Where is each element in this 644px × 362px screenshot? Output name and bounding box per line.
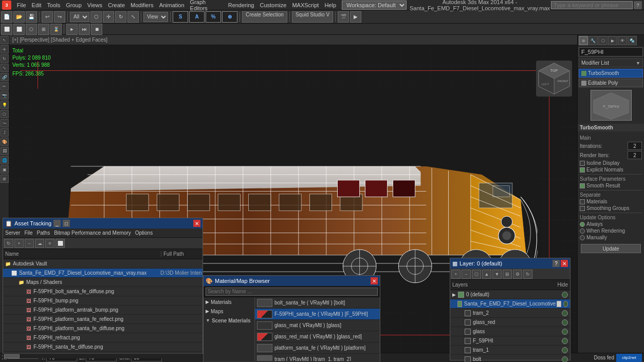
asset-tracking-min-btn[interactable]: _ bbox=[53, 220, 61, 227]
layer-new-btn[interactable]: + bbox=[451, 270, 461, 279]
layer-item-loco[interactable]: Santa_Fe_EMD_F7_Diesel_Locomotive bbox=[450, 299, 570, 309]
scale-btn[interactable]: ⤡ bbox=[127, 11, 139, 23]
layer-item-f59phi[interactable]: F_59PHI bbox=[450, 336, 570, 346]
menu-graph-editors[interactable]: Graph Editors bbox=[188, 0, 225, 11]
lt-rotate[interactable]: ↻ bbox=[1, 54, 9, 63]
at-add-btn[interactable]: + bbox=[14, 239, 24, 248]
layer-move-down-btn[interactable]: ▼ bbox=[492, 270, 502, 279]
at-scrollbar[interactable] bbox=[3, 353, 203, 358]
menu-rendering[interactable]: Rendering bbox=[226, 2, 257, 8]
at-bitmap-menu[interactable]: Bitmap Performance and Memory bbox=[54, 230, 131, 236]
layer-item-tram2[interactable]: tram_2 bbox=[450, 309, 570, 318]
save-btn[interactable]: 💾 bbox=[26, 11, 37, 23]
mat-close-btn[interactable]: ✕ bbox=[371, 277, 378, 284]
layer-vis-default[interactable] bbox=[562, 292, 568, 298]
layer-check-default[interactable] bbox=[458, 292, 464, 298]
menu-animation[interactable]: Animation bbox=[157, 2, 187, 8]
at-item-img2[interactable]: 🖼 F-59PHI_platform_amtrak_bump.png bbox=[3, 306, 203, 315]
menu-help[interactable]: Help bbox=[322, 2, 339, 8]
layer-close-btn[interactable]: ✕ bbox=[561, 260, 568, 267]
at-file-menu[interactable]: File bbox=[24, 230, 32, 236]
layer-item-glass-red[interactable]: glass_red bbox=[450, 318, 570, 327]
layer-vis-bolt[interactable] bbox=[562, 356, 568, 363]
hierarchy-tab[interactable]: ⬡ bbox=[598, 36, 608, 45]
rotate-btn[interactable]: ↻ bbox=[115, 11, 126, 23]
layer-check-loco[interactable] bbox=[457, 301, 462, 307]
modify-tab[interactable]: 🔧 bbox=[588, 36, 598, 45]
tb2-btn8[interactable]: ⏹ bbox=[91, 24, 102, 35]
layer-vis-glass-red[interactable] bbox=[562, 319, 568, 326]
squid-studio-btn[interactable]: Squid Studio V bbox=[292, 11, 333, 23]
menu-group[interactable]: Group bbox=[63, 2, 84, 8]
menu-file[interactable]: File bbox=[14, 2, 29, 8]
modifier-editable-poly[interactable]: Editable Poly bbox=[579, 79, 643, 87]
at-item-img4[interactable]: 🖼 F-59PHI_platform_santa_fe_diffuse.png bbox=[3, 324, 203, 333]
layer-item-default[interactable]: ▶ 0 (default) bbox=[450, 290, 570, 299]
lt-light[interactable]: 💡 bbox=[1, 101, 9, 109]
tb2-btn3[interactable]: ⬡ bbox=[26, 24, 37, 35]
when-rendering-radio[interactable] bbox=[580, 228, 585, 234]
layer-check-tram2[interactable] bbox=[465, 310, 471, 316]
new-btn[interactable]: 📄 bbox=[1, 11, 12, 23]
motion-tab[interactable]: ▶ bbox=[608, 36, 617, 45]
layer-delete-btn[interactable]: − bbox=[462, 270, 471, 279]
redo-btn[interactable]: ↪ bbox=[54, 11, 65, 23]
at-item-img5[interactable]: 🖼 F-59PHI_refract.png bbox=[3, 333, 203, 342]
asset-tracking-close-btn[interactable]: ✕ bbox=[193, 220, 200, 227]
layer-refresh-btn[interactable]: ↻ bbox=[523, 270, 532, 279]
at-item-vault[interactable]: 📁 Autodesk Vault bbox=[3, 259, 203, 269]
tb2-btn7[interactable]: ⏭ bbox=[79, 24, 90, 35]
move-btn[interactable]: ✛ bbox=[103, 11, 114, 23]
spinner-snap-btn[interactable]: ⊕ bbox=[222, 11, 237, 23]
layer-help-btn[interactable]: ? bbox=[553, 260, 560, 267]
mat-materials-item[interactable]: ▶ Materials bbox=[204, 297, 254, 307]
layer-item-tram1[interactable]: tram_1 bbox=[450, 346, 570, 355]
layer-vis-glass[interactable] bbox=[562, 329, 568, 335]
layer-item-bolt[interactable]: bolt bbox=[450, 355, 570, 362]
layer-vis-loco[interactable] bbox=[563, 301, 568, 307]
at-vault-btn[interactable]: ☁ bbox=[35, 239, 44, 248]
smoothing-groups-check[interactable] bbox=[580, 206, 585, 211]
quick-render-btn[interactable]: ▶ bbox=[350, 11, 361, 23]
mat-item-2[interactable]: glass_mat ( VRayMtl ) [glass] bbox=[255, 320, 380, 331]
at-view-list[interactable]: ≡ bbox=[45, 239, 54, 248]
lt-render[interactable]: 🖼 bbox=[1, 147, 9, 155]
layer-settings-btn[interactable]: ⚙ bbox=[513, 270, 522, 279]
mat-item-0[interactable]: bolt_santa_fe ( VRayMtl ) [bolt] bbox=[255, 297, 380, 309]
materials-check[interactable] bbox=[580, 199, 585, 204]
iterations-value[interactable]: 2 bbox=[628, 142, 642, 150]
layer-select-btn[interactable]: ⬡ bbox=[472, 270, 481, 279]
layer-list[interactable]: ▶ 0 (default) Santa_Fe_EMD_F7_Diesel_Loc… bbox=[450, 290, 570, 362]
help-icon[interactable]: ? bbox=[634, 1, 642, 9]
lt-misc2[interactable]: ⊞ bbox=[1, 175, 9, 183]
lt-link[interactable]: 🔗 bbox=[1, 73, 9, 81]
explicit-normals-check[interactable] bbox=[580, 167, 585, 173]
at-scroll-thumb[interactable] bbox=[4, 354, 20, 358]
render-iters-value[interactable]: 2 bbox=[628, 151, 642, 159]
snap-3d-btn[interactable]: S bbox=[173, 11, 188, 23]
menu-create[interactable]: Create bbox=[105, 2, 127, 8]
menu-tools[interactable]: Tools bbox=[45, 2, 63, 8]
reference-coord-dropdown[interactable]: View bbox=[143, 12, 168, 22]
create-selection-btn[interactable]: Create Selection bbox=[242, 11, 287, 23]
at-item-img3[interactable]: 🖼 F-59PHI_platform_santa_fe_reflect.png bbox=[3, 315, 203, 324]
layer-vis-f59phi[interactable] bbox=[562, 338, 568, 344]
menu-views[interactable]: Views bbox=[85, 2, 105, 8]
at-refresh-btn[interactable]: ↻ bbox=[4, 239, 13, 248]
display-tab[interactable]: 👁 bbox=[618, 36, 627, 45]
select-btn[interactable]: ⬡ bbox=[90, 11, 102, 23]
lt-env[interactable]: 🌐 bbox=[1, 156, 9, 164]
menu-customize[interactable]: Customize bbox=[257, 2, 289, 8]
layer-lock-loco[interactable] bbox=[557, 301, 561, 307]
at-item-img1[interactable]: 🖼 F-59PHI_bump.png bbox=[3, 296, 203, 306]
layer-check-f59phi[interactable] bbox=[465, 338, 471, 344]
nav-cube[interactable]: TOP FRONT LEFT bbox=[536, 61, 572, 97]
lt-unlink[interactable]: ✂ bbox=[1, 82, 9, 90]
lt-spline[interactable]: 〜 bbox=[1, 119, 9, 127]
at-item-main-file[interactable]: ⬜ Santa_Fe_EMD_F7_Diesel_Locomotive_max_… bbox=[3, 269, 203, 278]
manually-radio[interactable] bbox=[580, 235, 585, 240]
layer-obj-btn[interactable]: ⊞ bbox=[503, 270, 512, 279]
at-paths-menu[interactable]: Paths bbox=[37, 230, 50, 236]
lt-move[interactable]: ✛ bbox=[1, 45, 9, 53]
at-item-img0[interactable]: 🖼 F-59PHI_bolt_santa_fe_diffuse.png bbox=[3, 287, 203, 296]
